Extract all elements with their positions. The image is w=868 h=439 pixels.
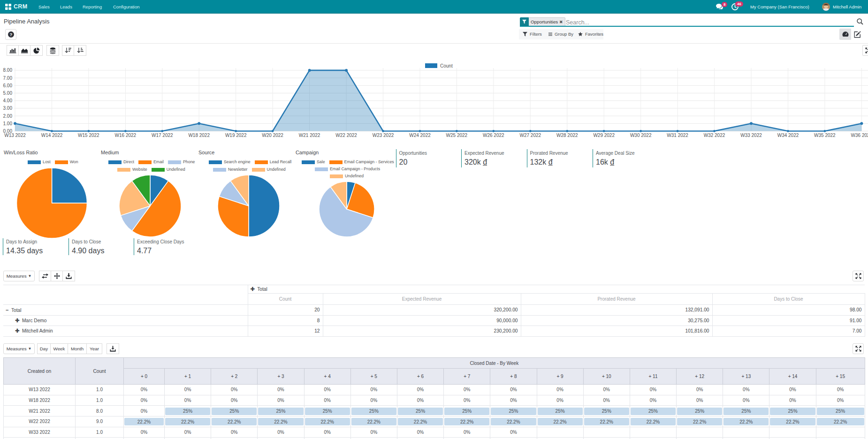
svg-text:W21 2022: W21 2022: [299, 133, 320, 138]
svg-text:4.00: 4.00: [3, 98, 13, 103]
svg-text:W27 2022: W27 2022: [520, 133, 541, 138]
svg-text:?: ?: [10, 32, 13, 37]
svg-text:W24 2022: W24 2022: [409, 133, 431, 138]
svg-text:W35 2022: W35 2022: [814, 133, 836, 138]
svg-text:W33 2022: W33 2022: [740, 133, 762, 138]
svg-text:W20 2022: W20 2022: [262, 133, 283, 138]
svg-text:2.00: 2.00: [3, 114, 13, 119]
svg-text:W25 2022: W25 2022: [446, 133, 468, 138]
svg-text:W29 2022: W29 2022: [593, 133, 615, 138]
svg-text:7.00: 7.00: [3, 76, 13, 81]
svg-text:W18 2022: W18 2022: [188, 133, 210, 138]
svg-text:W34 2022: W34 2022: [777, 133, 799, 138]
svg-text:W15 2022: W15 2022: [78, 133, 99, 138]
svg-text:W16 2022: W16 2022: [115, 133, 137, 138]
svg-text:8.00: 8.00: [3, 68, 13, 73]
svg-text:W36 2022: W36 2022: [851, 133, 868, 138]
svg-text:W28 2022: W28 2022: [556, 133, 578, 138]
svg-text:6.00: 6.00: [3, 83, 13, 88]
svg-text:W30 2022: W30 2022: [630, 133, 652, 138]
svg-text:W23 2022: W23 2022: [373, 133, 394, 138]
svg-text:W32 2022: W32 2022: [704, 133, 725, 138]
svg-text:W17 2022: W17 2022: [152, 133, 173, 138]
svg-text:W26 2022: W26 2022: [483, 133, 504, 138]
svg-text:5.00: 5.00: [3, 91, 13, 96]
svg-text:W22 2022: W22 2022: [335, 133, 357, 138]
svg-text:W13 2022: W13 2022: [4, 133, 26, 138]
svg-text:W31 2022: W31 2022: [667, 133, 688, 138]
svg-text:W19 2022: W19 2022: [225, 133, 247, 138]
svg-text:3.00: 3.00: [3, 106, 13, 111]
svg-text:W14 2022: W14 2022: [41, 133, 63, 138]
svg-text:1.00: 1.00: [3, 121, 13, 126]
